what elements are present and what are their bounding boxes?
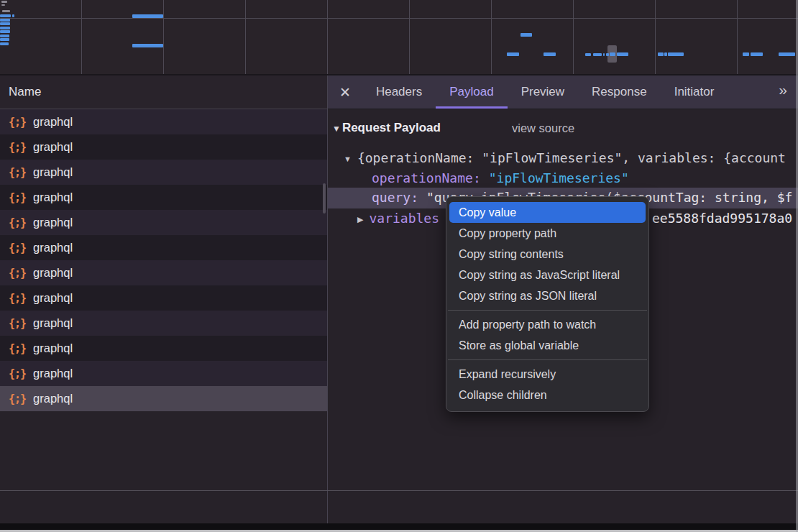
property-key: operationName:: [372, 170, 481, 185]
menu-item-add-property-path-to-watch[interactable]: Add property path to watch: [449, 314, 646, 335]
window-bottom-bar: [0, 523, 798, 530]
request-name: graphql: [33, 115, 73, 129]
request-timing-bar: [0, 35, 9, 37]
column-header-name[interactable]: Name: [0, 75, 327, 109]
menu-item-copy-string-as-json-literal[interactable]: Copy string as JSON literal: [449, 285, 646, 306]
menu-item-expand-recursively[interactable]: Expand recursively: [449, 364, 646, 385]
request-timing-bar: [0, 19, 10, 22]
request-name: graphql: [33, 241, 73, 254]
network-request-row[interactable]: {;}graphql: [0, 160, 327, 185]
network-request-row[interactable]: {;}graphql: [0, 185, 327, 210]
menu-item-store-as-global-variable[interactable]: Store as global variable: [449, 335, 646, 356]
request-timing-bar: [743, 52, 749, 56]
json-file-icon: {;}: [9, 242, 26, 254]
request-timing-bar: [603, 53, 605, 56]
gridline: [409, 0, 410, 74]
request-name: graphql: [33, 191, 73, 204]
collapsed-triangle-icon[interactable]: ▶: [357, 215, 363, 224]
tab-response[interactable]: Response: [578, 75, 661, 109]
request-timing-bar: [668, 52, 684, 56]
network-request-row[interactable]: {;}graphql: [0, 361, 327, 386]
scrollbar-thumb[interactable]: [323, 183, 326, 214]
request-payload-section[interactable]: ▼Request Payload: [332, 118, 441, 138]
network-request-row[interactable]: {;}graphql: [0, 311, 327, 336]
json-file-icon: {;}: [9, 267, 26, 280]
request-timing-bar: [132, 14, 163, 18]
view-source-link[interactable]: view source: [512, 118, 574, 138]
summary-bar-divider: [0, 490, 798, 491]
json-file-icon: {;}: [9, 216, 26, 229]
request-timing-bar: [2, 10, 10, 12]
request-timing-bar: [507, 52, 519, 56]
request-timing-bar: [544, 52, 556, 56]
property-key: variables: [369, 211, 439, 226]
network-overview-timeline[interactable]: [0, 0, 798, 75]
request-name: graphql: [33, 367, 73, 380]
network-request-row[interactable]: {;}graphql: [0, 235, 327, 260]
gridline: [245, 0, 246, 74]
request-timing-bar: [751, 52, 763, 56]
gridline: [81, 0, 82, 74]
request-name: graphql: [33, 392, 73, 405]
payload-variables-row[interactable]: ▶variables: [357, 208, 439, 229]
payload-object-preview: {operationName: "ipFlowTimeseries", vari…: [357, 150, 786, 165]
network-request-row[interactable]: {;}graphql: [0, 260, 327, 285]
request-timing-bar: [610, 52, 615, 56]
tab-initiator[interactable]: Initiator: [661, 75, 728, 109]
request-timing-bar: [1, 4, 5, 6]
gridline: [655, 0, 656, 74]
request-timing-bar: [0, 42, 9, 45]
menu-item-collapse-children[interactable]: Collapse children: [449, 385, 646, 405]
request-timing-bar: [658, 52, 664, 56]
json-file-icon: {;}: [9, 141, 26, 154]
property-value-string: "ipFlowTimeseries": [489, 170, 629, 185]
request-name: graphql: [33, 216, 73, 229]
menu-item-copy-property-path[interactable]: Copy property path: [449, 223, 646, 244]
network-request-list: {;}graphql{;}graphql{;}graphql{;}graphql…: [0, 109, 327, 411]
payload-root-row[interactable]: ▼{operationName: "ipFlowTimeseries", var…: [344, 148, 786, 168]
tab-headers[interactable]: Headers: [362, 75, 436, 109]
network-request-row[interactable]: {;}graphql: [0, 386, 327, 411]
more-tabs-icon[interactable]: »: [779, 81, 786, 98]
json-file-icon: {;}: [9, 367, 26, 380]
close-icon[interactable]: ✕: [339, 86, 351, 99]
menu-item-copy-string-as-javascript-literal[interactable]: Copy string as JavaScript literal: [449, 265, 646, 285]
request-name: graphql: [33, 140, 73, 154]
request-timing-bar: [606, 53, 609, 56]
json-file-icon: {;}: [9, 166, 26, 179]
context-menu: Copy valueCopy property pathCopy string …: [446, 196, 649, 412]
gridline: [0, 18, 798, 19]
network-request-row[interactable]: {;}graphql: [0, 109, 327, 134]
json-file-icon: {;}: [9, 191, 26, 204]
request-timing-bar: [132, 44, 163, 47]
request-timing-bar: [0, 38, 9, 41]
menu-item-copy-value[interactable]: Copy value: [449, 202, 646, 223]
gridline: [737, 0, 738, 74]
json-file-icon: {;}: [9, 393, 26, 405]
json-file-icon: {;}: [9, 317, 26, 330]
request-timing-bar: [617, 52, 628, 56]
gridline: [491, 0, 492, 74]
column-header-name-label: Name: [9, 85, 41, 99]
devtools-network-panel: Name {;}graphql{;}graphql{;}graphql{;}gr…: [0, 0, 798, 532]
payload-operation-row[interactable]: operationName:"ipFlowTimeseries": [372, 168, 629, 188]
network-request-row[interactable]: {;}graphql: [0, 336, 327, 361]
json-file-icon: {;}: [9, 342, 26, 355]
network-request-row[interactable]: {;}graphql: [0, 285, 327, 311]
gridline: [573, 0, 574, 74]
expand-triangle-icon[interactable]: ▼: [344, 155, 352, 163]
request-name: graphql: [33, 165, 73, 179]
tab-preview[interactable]: Preview: [508, 75, 578, 109]
section-collapse-triangle-icon[interactable]: ▼: [332, 124, 341, 134]
request-timing-bar: [1, 1, 7, 3]
menu-item-copy-string-contents[interactable]: Copy string contents: [449, 244, 646, 265]
json-file-icon: {;}: [9, 116, 26, 129]
menu-separator: [448, 359, 647, 360]
request-name: graphql: [33, 316, 73, 330]
tab-payload[interactable]: Payload: [436, 75, 507, 109]
network-request-row[interactable]: {;}graphql: [0, 210, 327, 235]
tabs-container: HeadersPayloadPreviewResponseInitiator: [362, 75, 728, 109]
network-request-row[interactable]: {;}graphql: [0, 134, 327, 160]
variables-preview-fragment: ee5588fdad995178a0: [652, 208, 792, 229]
menu-separator: [448, 310, 647, 311]
